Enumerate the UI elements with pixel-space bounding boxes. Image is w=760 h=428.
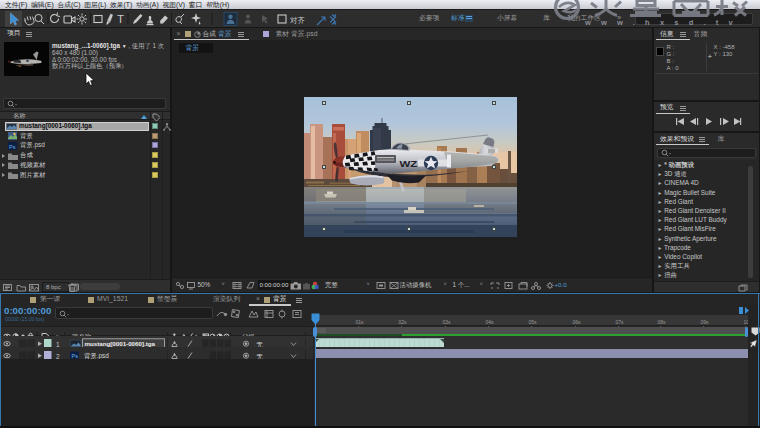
- svg-text:对齐: 对齐: [290, 16, 305, 25]
- svg-text:02s: 02s: [398, 319, 407, 325]
- svg-text:09s: 09s: [700, 319, 709, 325]
- svg-text:10s: 10s: [743, 319, 748, 325]
- svg-text:www.hxsd.tv: www.hxsd.tv: [584, 18, 743, 27]
- svg-text:05s: 05s: [528, 319, 537, 325]
- svg-text:Ps: Ps: [9, 143, 16, 149]
- svg-text:06s: 06s: [572, 319, 581, 325]
- svg-text:08s: 08s: [657, 319, 666, 325]
- svg-text:07s: 07s: [615, 319, 624, 325]
- svg-text:T: T: [117, 13, 124, 25]
- svg-text:03s: 03s: [442, 319, 451, 325]
- svg-text:01s: 01s: [355, 319, 364, 325]
- svg-text:WZ: WZ: [400, 158, 418, 169]
- svg-text:mustang[0001-0060].tga: mustang[0001-0060].tga: [85, 340, 156, 347]
- svg-text:04s: 04s: [485, 319, 494, 325]
